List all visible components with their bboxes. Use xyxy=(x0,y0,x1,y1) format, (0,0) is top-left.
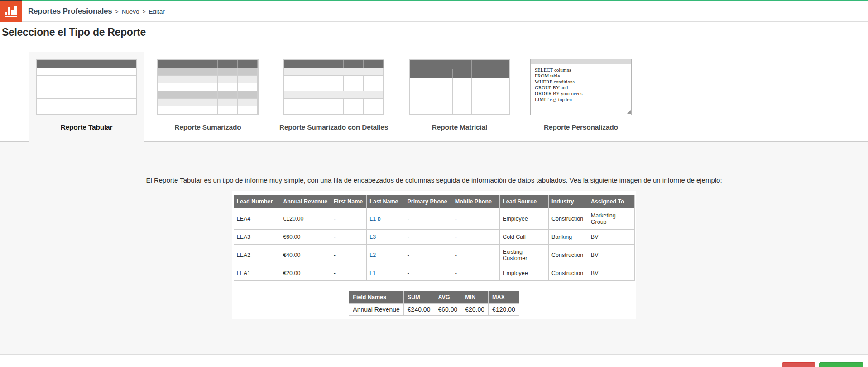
example-cell: L1 b xyxy=(367,208,404,230)
thumb-header-cell xyxy=(471,69,490,78)
thumb-cell xyxy=(77,68,96,76)
thumb-cell xyxy=(238,106,258,114)
thumb-cell xyxy=(77,99,96,106)
report-type-label: Reporte Sumarizado con Detalles xyxy=(279,123,388,131)
thumb-cell xyxy=(471,78,490,87)
thumb-cell xyxy=(77,106,96,114)
thumb-cell xyxy=(238,99,258,106)
thumb-cell xyxy=(116,83,136,91)
thumb-cell xyxy=(218,91,238,99)
thumb-cell xyxy=(198,68,218,76)
summary-cell: €20.00 xyxy=(461,304,489,316)
thumb-cell xyxy=(77,83,96,91)
report-type-detail: El Reporte Tabular es un tipo de informe… xyxy=(0,142,868,354)
example-cell: Banking xyxy=(549,230,588,245)
example-table-row: LEA3€60.00-L3--Cold CallBankingBV xyxy=(234,230,634,245)
report-type-tabs: Reporte TabularReporte SumarizadoReporte… xyxy=(0,42,868,142)
thumb-cell xyxy=(410,105,434,114)
example-cell: - xyxy=(404,208,452,230)
example-cell: LEA4 xyxy=(234,208,280,230)
thumb-cell xyxy=(284,106,304,114)
example-cell: - xyxy=(452,208,499,230)
thumb-cell xyxy=(490,87,509,96)
thumb-cell xyxy=(238,76,258,83)
example-col-header: Industry xyxy=(549,195,588,208)
example-cell: L3 xyxy=(367,230,404,245)
back-button[interactable]: Atrás xyxy=(782,362,815,367)
thumb-cell xyxy=(57,76,77,83)
example-table-row: LEA4€120.00-L1 b--EmployeeConstructionMa… xyxy=(234,208,634,230)
sql-line: GROUP BY and xyxy=(535,85,627,91)
thumb-cell xyxy=(218,68,238,76)
summary-col-header: SUM xyxy=(403,291,434,304)
thumb-cell xyxy=(116,106,136,114)
top-accent-green-segment xyxy=(22,0,868,1)
thumb-cell xyxy=(410,78,434,87)
thumb-cell xyxy=(324,106,344,114)
thumb-cell xyxy=(304,106,324,114)
breadcrumb-nuevo[interactable]: Nuevo xyxy=(122,8,139,15)
example-cell: €60.00 xyxy=(280,230,331,245)
summary-col-header: AVG xyxy=(434,291,461,304)
thumb-cell xyxy=(453,87,472,96)
bar-chart-icon xyxy=(5,5,17,17)
example-report-image: Lead NumberAnnual RevenueFirst NameLast … xyxy=(232,191,636,319)
thumb-cell xyxy=(324,83,344,91)
thumb-header-cell xyxy=(37,60,57,68)
example-cell: Construction xyxy=(549,266,588,281)
example-cell: €40.00 xyxy=(280,245,331,266)
thumb-cell xyxy=(364,76,384,83)
thumb-cell xyxy=(490,105,509,114)
summary-cell: €240.00 xyxy=(403,304,434,316)
thumb-cell xyxy=(178,99,198,106)
page-title: Seleccione el Tipo de Reporte xyxy=(0,22,868,42)
report-type-label: Reporte Sumarizado xyxy=(174,123,241,131)
thumb-cell xyxy=(434,78,453,87)
example-record-link: L1 b xyxy=(369,216,380,222)
example-cell: Construction xyxy=(549,245,588,266)
app-title[interactable]: Reportes Profesionales xyxy=(28,7,112,16)
breadcrumb-separator-icon: > xyxy=(115,9,119,15)
example-cell: - xyxy=(452,245,499,266)
app-logo[interactable] xyxy=(0,1,22,22)
example-cell: - xyxy=(404,266,452,281)
thumb-cell xyxy=(238,68,258,76)
example-cell: - xyxy=(331,230,367,245)
thumb-cell xyxy=(178,76,198,83)
thumb-cell xyxy=(96,106,116,114)
next-button[interactable]: Próximo xyxy=(819,362,863,367)
example-cell: Cold Call xyxy=(500,230,549,245)
example-col-header: First Name xyxy=(331,195,367,208)
wizard-footer: Atrás Próximo xyxy=(0,355,868,367)
thumb-cell xyxy=(218,99,238,106)
breadcrumb-editar[interactable]: Editar xyxy=(149,8,165,15)
thumb-cell xyxy=(96,91,116,99)
thumb-header-cell xyxy=(116,60,136,68)
example-summary-table: Field NamesSUMAVGMINMAXAnnual Revenue€24… xyxy=(349,291,519,316)
report-type-card-reporte-matricial[interactable]: Reporte Matricial xyxy=(402,52,518,142)
report-type-card-reporte-tabular[interactable]: Reporte Tabular xyxy=(29,52,144,142)
thumb-cell xyxy=(96,99,116,106)
sql-thumbnail-titlebar xyxy=(531,59,631,64)
thumb-cell xyxy=(158,68,178,76)
example-cell: €20.00 xyxy=(280,266,331,281)
summary-cell: €60.00 xyxy=(434,304,461,316)
example-record-link: L3 xyxy=(369,234,376,240)
report-type-card-reporte-sumarizado-con-detalles[interactable]: Reporte Sumarizado con Detalles xyxy=(276,52,392,142)
thumb-header-cell xyxy=(453,69,472,78)
example-col-header: Lead Number xyxy=(234,195,280,208)
thumb-cell xyxy=(304,99,324,106)
thumb-cell xyxy=(434,87,453,96)
thumb-cell xyxy=(77,76,96,83)
thumb-cell xyxy=(77,91,96,99)
thumb-cell xyxy=(116,91,136,99)
example-cell: €120.00 xyxy=(280,208,331,230)
thumb-cell xyxy=(37,68,57,76)
thumb-cell xyxy=(158,99,178,106)
thumb-cell xyxy=(57,106,77,114)
example-record-link: L2 xyxy=(369,252,376,258)
report-type-card-reporte-sumarizado[interactable]: Reporte Sumarizado xyxy=(150,52,266,142)
thumb-cell xyxy=(158,91,178,99)
thumb-cell xyxy=(364,106,384,114)
report-type-card-reporte-personalizado[interactable]: SELECT columnsFROM tableWHERE conditions… xyxy=(523,52,639,142)
